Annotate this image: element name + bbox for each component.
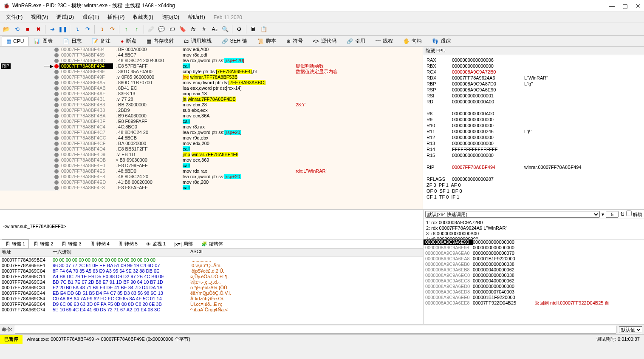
tab-breakpoints[interactable]: ●断点 (116, 36, 141, 46)
dump-row[interactable]: 00007FF78A969C048F F4 6A 70 35 A5 63 E9 … (0, 268, 423, 274)
disasm-row[interactable]: 00007FF78A8BF4CC. 44:8BCBmov r9d,ebx (0, 135, 423, 141)
dump-tab-5[interactable]: 🗄转储 5 (114, 239, 141, 248)
functions-icon[interactable]: fx (189, 25, 198, 34)
breakpoint-dot[interactable] (54, 125, 59, 129)
breakpoint-dot[interactable] (54, 53, 59, 57)
disasm-row[interactable]: 00007FF78A8BF4B8. 2BD9sub ebx,ecx (0, 108, 423, 113)
disasm-row[interactable]: 00007FF78A8BF484. BF 000A0000mov edi,A00 (0, 47, 423, 52)
dump-row[interactable]: 00007FF78A969C44EB E4 DD 6D 51 B5 D4 F4 … (0, 291, 423, 296)
dump-row[interactable]: 00007FF78A969C745E 10 69 4C E4 41 60 D5 … (0, 307, 423, 313)
tab-callstack[interactable]: 🗂调用堆栈 (179, 36, 216, 46)
close-debuggee-icon[interactable]: ✖ (34, 25, 43, 34)
breakpoint-dot[interactable] (54, 59, 59, 63)
breakpoint-dot[interactable] (54, 131, 59, 135)
register-row[interactable]: R90000000000000000 (427, 117, 641, 123)
stack-row[interactable]: 0000008A9C9A6EC80000000400000062 (424, 278, 644, 284)
disasm-row[interactable]: 00007FF78A8BF4E0. E8 D799FAFFcall (0, 163, 423, 168)
register-row[interactable] (427, 105, 641, 111)
register-row[interactable]: RFLAGS0000000000000287 (427, 176, 641, 182)
stop-icon[interactable]: ■ (23, 25, 32, 34)
step-into-icon[interactable]: ↴ (72, 25, 82, 34)
stack-row[interactable]: 0000008A9C9A6E900000000000000000 (424, 239, 644, 245)
tab-source[interactable]: <>源代码 (308, 36, 341, 46)
breakpoint-dot[interactable] (54, 175, 59, 179)
breakpoint-dot[interactable] (54, 108, 59, 113)
menu-favorites[interactable]: 收藏夹(I) (130, 12, 156, 22)
disasm-row[interactable]: 00007FF78A8BF4DB> B9 69030000mov ecx,369 (0, 157, 423, 163)
stack-row[interactable]: 0000008A9C9A6EA8000001B1F9220000 (424, 256, 644, 262)
tab-graph[interactable]: 📊图表 (29, 36, 57, 46)
breakpoint-dot[interactable] (54, 142, 59, 146)
run-icon[interactable]: ➔ (48, 25, 57, 34)
disasm-row[interactable]: 00007FF78A8BF49F.∨ 0F85 96000000jne winr… (0, 74, 423, 80)
register-row[interactable]: RBX0000000000000000 (427, 63, 641, 69)
search-icon[interactable]: 🔍 (220, 25, 230, 34)
dump-tab-3[interactable]: 🗄转储 3 (58, 239, 85, 248)
register-row[interactable]: R120000000000000000 (427, 134, 641, 140)
breakpoint-dot[interactable] (54, 75, 59, 80)
dump-row[interactable]: 00007FF78A969C24BD 7C B1 7E 07 2D B8 E7 … (0, 279, 423, 285)
comments-icon[interactable]: 💬 (157, 25, 166, 34)
tab-threads[interactable]: 〰线程 (371, 36, 398, 46)
menu-file[interactable]: 文件(F) (3, 12, 26, 22)
register-row[interactable]: RSI0000000000000001 (427, 93, 641, 99)
breakpoint-dot[interactable] (54, 81, 59, 85)
register-row[interactable]: RDX00007FF78A9624A6L"WinRAR" (427, 75, 641, 81)
dump-row[interactable]: 00007FF78A969C54C0 A8 6B 64 7A F9 62 FD … (0, 296, 423, 302)
menu-options[interactable]: 选项(O) (158, 12, 183, 22)
dump-row[interactable]: 00007FF78A969BF496 30 07 77 2C 61 0E EE … (0, 263, 423, 268)
stack-row[interactable]: 0000008A9C9A6EC00000000000000038 (424, 273, 644, 278)
register-row[interactable]: RDI0000000000000A00 (427, 99, 641, 105)
restart-icon[interactable]: ⟲ (12, 25, 22, 34)
unlock-checkbox[interactable] (626, 211, 632, 216)
dump-tab-4[interactable]: 🗄转储 4 (86, 239, 113, 248)
disasm-row[interactable]: 00007FF78A8BF489. 44:8BC7mov r8d,edi (0, 52, 423, 58)
disassembly-pane[interactable]: 00007FF78A8BF484. BF 000A0000mov edi,A00… (0, 47, 423, 209)
tab-log[interactable]: 📄日志 (58, 36, 86, 46)
breakpoint-dot[interactable] (54, 70, 59, 74)
dump-row[interactable]: 00007FF78A969C34F2 20 B0 6A 48 71 B9 F3 … (0, 285, 423, 291)
breakpoint-dot[interactable] (54, 120, 59, 124)
disasm-row[interactable]: 00007FF78A8BF4F3. E8 F8FAFAFFcall (0, 185, 423, 191)
breakpoint-dot[interactable] (54, 180, 59, 185)
register-row[interactable]: R130000000000000000 (427, 140, 641, 146)
register-row[interactable] (427, 158, 641, 164)
disasm-row[interactable]: 00007FF78A8BF4AE. 83F8 13cmp eax,13 (0, 91, 423, 97)
arrow-icon[interactable]: ▾ (602, 211, 604, 217)
breakpoint-dot[interactable] (54, 153, 59, 157)
disasm-row[interactable]: 00007FF78A8BF4C7. 48:8D4C24 20lea rcx,qw… (0, 130, 423, 135)
tab-script[interactable]: 📜脚本 (253, 36, 281, 46)
register-row[interactable]: R110000000000000246L'Ɇ' (427, 128, 641, 134)
stack-row[interactable]: 0000008A9C9A6E980000000000000000 (424, 245, 644, 251)
command-default-select[interactable]: 默认值 (619, 326, 642, 333)
register-row[interactable]: RAX0000000000000006 (427, 57, 641, 63)
tab-memmap[interactable]: ▦内存映射 (142, 36, 178, 46)
breakpoint-dot[interactable] (54, 64, 59, 68)
disasm-row[interactable]: 00007FF78A8BF4E5. 48:8BD0mov rdx,raxrdx:… (0, 168, 423, 174)
register-row[interactable]: RSP0000008A9C9A6E90 (427, 87, 641, 93)
stack-row[interactable]: 0000008A9C9A6EB80000000400000062 (424, 267, 644, 273)
argcount-input[interactable] (606, 211, 619, 218)
disasm-row[interactable]: 00007FF78A8BF48C. 48:8D8C24 20040000lea … (0, 58, 423, 63)
register-row[interactable]: RCX0000008A9C9A72B0 (427, 69, 641, 75)
settings-icon[interactable]: ⚙ (234, 25, 244, 34)
breakpoint-dot[interactable] (54, 158, 59, 162)
dump-tab-2[interactable]: 🗄转储 2 (30, 239, 57, 248)
trace-over-icon[interactable]: ↷ (107, 25, 117, 34)
tab-symbols[interactable]: ⊕符号 (282, 36, 308, 46)
menu-help[interactable]: 帮助(H) (184, 12, 209, 22)
maximize-button[interactable]: ▢ (622, 3, 628, 9)
breakpoint-dot[interactable] (54, 169, 59, 174)
breakpoint-dot[interactable] (54, 186, 59, 190)
breakpoint-dot[interactable] (54, 147, 59, 151)
menu-plugins[interactable]: 插件(P) (104, 12, 128, 22)
tab-notes[interactable]: 📝备注 (87, 36, 115, 46)
breakpoint-dot[interactable] (54, 136, 59, 140)
tab-trace[interactable]: 👣跟踪 (427, 36, 455, 46)
breakpoint-dot[interactable] (54, 114, 59, 118)
disasm-row[interactable]: 00007FF78A8BF4C4. 4C:8BC0mov r8,rax (0, 124, 423, 130)
pause-icon[interactable]: ❚❚ (58, 25, 68, 34)
dump-row[interactable]: 00007FF78A969BE400 00 00 00 00 00 00 00 … (0, 257, 423, 263)
disasm-row[interactable]: 00007FF78A8BF4E8. 48:8D4C24 20lea rcx,qw… (0, 174, 423, 180)
register-row[interactable]: R80000000000000A00 (427, 111, 641, 117)
